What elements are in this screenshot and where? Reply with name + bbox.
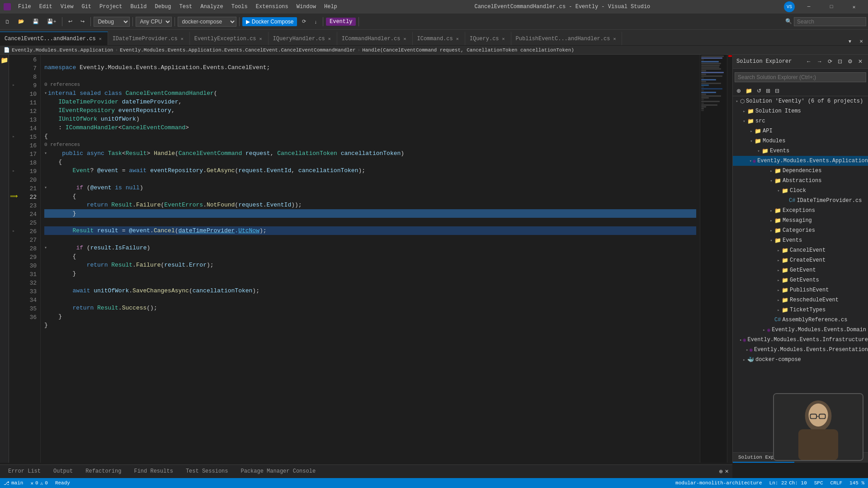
tree-create-event[interactable]: ▸ 📁 CreateEvent xyxy=(733,255,868,265)
tree-reschedule[interactable]: ▸ 📁 RescheduleEvent xyxy=(733,295,868,305)
close-all-tabs-button[interactable]: ✕ xyxy=(856,38,866,45)
tree-publish-event[interactable]: ▸ 📁 PublishEvent xyxy=(733,285,868,295)
menu-test[interactable]: Test xyxy=(176,2,196,12)
menu-debug[interactable]: Debug xyxy=(151,2,175,12)
tree-arrow-docker[interactable]: ▸ xyxy=(742,357,746,362)
toolbar-undo[interactable]: ↩ xyxy=(65,17,75,26)
tab-iquery-handler[interactable]: IQueryHandler.cs ✕ xyxy=(269,32,337,45)
sol-settings-button[interactable]: ⚙ xyxy=(846,57,854,66)
tree-arrow-api[interactable]: ▸ xyxy=(749,129,754,134)
solution-search-input[interactable] xyxy=(735,72,866,82)
tree-events-domain[interactable]: ▸ ◉ Evently.Modules.Events.Domain xyxy=(733,325,868,335)
toolbar-step-over[interactable]: ⟳ xyxy=(299,17,309,26)
toolbar-save[interactable]: 💾 xyxy=(29,17,42,26)
tree-events-infra[interactable]: ▸ ◉ Evently.Modules.Events.Infrastructur… xyxy=(733,335,868,345)
tree-categories[interactable]: ▸ 📁 Categories xyxy=(733,225,868,235)
menu-build[interactable]: Build xyxy=(127,2,150,12)
explorer-icon[interactable]: 📁 xyxy=(0,56,8,64)
panel-tab-package-manager[interactable]: Package Manager Console xyxy=(236,466,321,477)
tree-events[interactable]: ▾ 📁 Events xyxy=(733,146,868,156)
menu-view[interactable]: View xyxy=(57,2,77,12)
status-line-col[interactable]: Ln: 22 Ch: 10 xyxy=(769,480,807,486)
panel-tab-error-list[interactable]: Error List xyxy=(4,466,45,477)
tree-arrow-modules[interactable]: ▾ xyxy=(749,139,754,144)
sol-sync-button[interactable]: ⟳ xyxy=(826,57,834,66)
tree-clock[interactable]: ▾ 📁 Clock xyxy=(733,186,868,196)
tree-arrow-sol-items[interactable]: ▸ xyxy=(742,109,746,114)
menu-help[interactable]: Help xyxy=(321,2,341,12)
tab-list-button[interactable]: ▼ xyxy=(844,38,855,45)
tree-arrow-cat[interactable]: ▸ xyxy=(769,228,774,233)
panel-tab-test-sessions[interactable]: Test Sessions xyxy=(181,466,233,477)
tree-arrow-app[interactable]: ▾ xyxy=(750,159,752,164)
tree-arrow-tickets[interactable]: ▸ xyxy=(776,308,781,313)
collapse-15[interactable]: ▾ xyxy=(44,149,47,158)
sol-close-button[interactable]: ✕ xyxy=(856,57,864,66)
debug-config-dropdown[interactable]: Debug xyxy=(94,17,130,27)
tree-cancel-event[interactable]: ▸ 📁 CancelEvent xyxy=(733,245,868,255)
tree-src[interactable]: ▾ 📁 src xyxy=(733,116,868,126)
sol-filter-button[interactable]: ⊡ xyxy=(836,57,844,66)
tab-idatetime-provider[interactable]: IDateTimeProvider.cs ✕ xyxy=(108,32,190,45)
tab-close-icon[interactable]: ✕ xyxy=(327,36,332,42)
panel-tab-output[interactable]: Output xyxy=(49,466,77,477)
tree-exceptions[interactable]: ▸ 📁 Exceptions xyxy=(733,206,868,216)
menu-extensions[interactable]: Extensions xyxy=(252,2,292,12)
tree-events-sub[interactable]: ▾ 📁 Events xyxy=(733,235,868,245)
toolbar-redo[interactable]: ↪ xyxy=(77,17,88,26)
status-encoding[interactable]: CRLF xyxy=(830,480,842,486)
tree-ticket-types[interactable]: ▸ 📁 TicketTypes xyxy=(733,305,868,315)
tree-arrow-ev-sub[interactable]: ▾ xyxy=(769,238,774,243)
code-content[interactable]: namespace Evently.Modules.Events.Applica… xyxy=(41,55,700,463)
status-git[interactable]: ⎇ main xyxy=(4,480,23,486)
panel-float-button[interactable]: ⊕ xyxy=(719,469,723,474)
sol-toolbar-btn4[interactable]: ⊞ xyxy=(764,87,772,95)
tree-arrow-clock[interactable]: ▾ xyxy=(776,188,781,193)
tree-arrow-gets[interactable]: ▸ xyxy=(776,278,781,283)
tree-arrow-pres[interactable]: ▸ xyxy=(746,347,748,352)
status-errors[interactable]: ✕ 0 ⚠ 0 xyxy=(30,480,47,486)
tab-close-icon[interactable]: ✕ xyxy=(258,36,264,42)
menu-analyze[interactable]: Analyze xyxy=(197,2,226,12)
tree-events-application[interactable]: ▾ ◉ Evently.Modules.Events.Application xyxy=(733,156,868,166)
tree-arrow-sol[interactable]: ▾ xyxy=(735,99,739,104)
tree-dependencies[interactable]: ▸ 📁 Dependencies xyxy=(733,166,868,176)
tab-close-icon[interactable]: ✕ xyxy=(179,36,185,42)
tab-close-icon[interactable]: ✕ xyxy=(455,36,460,42)
tree-assembly-ref[interactable]: ▸ C# AssemblyReference.cs xyxy=(733,315,868,325)
menu-window[interactable]: Window xyxy=(293,2,320,12)
tree-arrow-domain[interactable]: ▸ xyxy=(762,328,766,333)
menu-file[interactable]: File xyxy=(14,2,35,12)
status-zoom[interactable]: 145 % xyxy=(849,480,864,486)
collapse-9[interactable]: ▾ xyxy=(44,89,47,98)
sol-toolbar-btn5[interactable]: ⊟ xyxy=(773,87,781,95)
tree-get-event[interactable]: ▸ 📁 GetEvent xyxy=(733,265,868,275)
tab-cancel-event-handler[interactable]: CancelEventC...andHandler.cs ✕ xyxy=(0,32,108,45)
maximize-button[interactable]: □ xyxy=(821,0,842,14)
tree-arrow-create[interactable]: ▸ xyxy=(776,258,781,263)
compose-dropdown[interactable]: docker-compose xyxy=(178,17,236,27)
tree-arrow-infra[interactable]: ▸ xyxy=(740,338,742,343)
tab-icommand[interactable]: ICommand.cs ✕ xyxy=(413,32,465,45)
tab-close-icon[interactable]: ✕ xyxy=(501,36,506,42)
tree-arrow-events[interactable]: ▾ xyxy=(756,149,761,154)
tree-arrow-abs[interactable]: ▾ xyxy=(769,178,774,183)
tree-messaging[interactable]: ▸ 📁 Messaging xyxy=(733,216,868,225)
tree-arrow-msg[interactable]: ▸ xyxy=(769,218,774,223)
tree-solution-items[interactable]: ▸ 📁 Solution Items xyxy=(733,106,868,116)
breadcrumb-part1[interactable]: 📄 xyxy=(4,47,10,53)
tree-arrow-exc[interactable]: ▸ xyxy=(769,208,774,213)
collapse-19[interactable]: ▾ xyxy=(44,183,47,192)
tree-arrow-deps[interactable]: ▸ xyxy=(769,169,774,174)
sol-toolbar-btn2[interactable]: 📁 xyxy=(744,87,754,95)
tree-arrow-cancel[interactable]: ▸ xyxy=(776,248,781,253)
tab-close-icon[interactable]: ✕ xyxy=(612,36,617,42)
tree-modules[interactable]: ▾ 📁 Modules xyxy=(733,136,868,146)
search-input[interactable] xyxy=(794,17,866,26)
toolbar-new[interactable]: 🗋 xyxy=(2,18,13,26)
close-button[interactable]: ✕ xyxy=(844,0,864,14)
tree-abstractions[interactable]: ▾ 📁 Abstractions xyxy=(733,176,868,186)
user-avatar[interactable]: VS xyxy=(784,1,795,12)
tab-close-icon[interactable]: ✕ xyxy=(402,36,407,42)
tree-arrow-src[interactable]: ▾ xyxy=(742,119,746,124)
